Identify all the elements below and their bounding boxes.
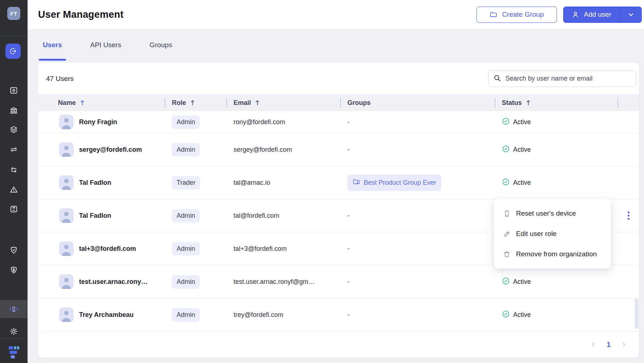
user-role-cell: Admin	[165, 232, 226, 265]
groups-dash: -	[347, 118, 350, 126]
page-title: User Management	[38, 9, 124, 20]
menu-item-reset-user-s-device[interactable]: Reset user's device	[494, 203, 611, 224]
row-actions-cell	[618, 232, 639, 265]
folder-icon	[490, 11, 498, 19]
user-name: sergey@fordefi.com	[79, 146, 142, 154]
transfer-icon	[9, 145, 18, 154]
user-email: tal+3@fordefi.com	[226, 232, 340, 265]
sort-arrow-icon	[190, 99, 195, 106]
groups-dash: -	[347, 245, 350, 253]
user-email: test.user.arnac.ronyf@gm…	[226, 265, 340, 298]
user-name: Trey Archambeau	[79, 311, 133, 319]
user-groups-cell: -	[340, 133, 495, 166]
settings-icon	[9, 327, 18, 336]
sidebar-item-transfer[interactable]	[9, 145, 18, 154]
user-row[interactable]: sergey@fordefi.comAdminsergey@fordefi.co…	[38, 133, 639, 166]
chevron-right-icon[interactable]	[620, 341, 627, 348]
sidebar-item-warning[interactable]	[9, 185, 18, 194]
user-name: Tal Fadlon	[79, 179, 111, 187]
device-icon	[503, 210, 511, 217]
user-status-cell: Active	[495, 133, 618, 166]
create-group-button[interactable]: Create Group	[476, 7, 557, 23]
tab-users[interactable]: Users	[42, 29, 63, 61]
user-avatar	[59, 115, 74, 129]
user-row[interactable]: test.user.arnac.rony…Admintest.user.arna…	[38, 265, 639, 298]
row-actions-cell	[618, 199, 639, 232]
kebab-menu-icon[interactable]	[626, 210, 631, 221]
group-chip[interactable]: Best Product Group Ever	[347, 175, 441, 191]
shield-dollar-icon	[9, 266, 18, 274]
layers-icon	[9, 125, 18, 134]
group-chip-label: Best Product Group Ever	[364, 179, 436, 187]
column-label: Status	[502, 99, 522, 107]
sidebar-item-vault[interactable]	[9, 86, 18, 95]
column-header-groups: Groups	[340, 94, 495, 111]
status-label: Active	[513, 278, 531, 286]
menu-item-remove-from-organization[interactable]: Remove from organization	[494, 244, 611, 264]
groups-dash: -	[347, 212, 350, 220]
sidebar-item-users-active[interactable]	[0, 300, 28, 318]
tab-groups[interactable]: Groups	[149, 29, 173, 61]
person-add-icon	[571, 11, 579, 19]
edit-icon	[503, 230, 511, 238]
user-status-cell: Active	[495, 111, 618, 133]
user-name: test.user.arnac.rony…	[79, 278, 148, 286]
folder-user-icon	[352, 178, 360, 188]
users-count: 47 Users	[46, 75, 74, 83]
column-header-name[interactable]: Name	[38, 94, 165, 111]
sort-arrow-icon	[255, 99, 260, 106]
sidebar-item-shield-check[interactable]	[9, 246, 18, 254]
chevron-left-icon[interactable]	[590, 341, 597, 348]
table-scrollbar-thumb[interactable]	[635, 298, 639, 329]
sidebar-item-settings[interactable]	[9, 327, 18, 336]
user-row[interactable]: Rony FraginAdminrony@fordefi.com-Active	[38, 111, 639, 133]
user-groups-cell: -	[340, 265, 495, 298]
add-user-button[interactable]: Add user	[563, 7, 620, 23]
role-badge: Admin	[172, 143, 200, 156]
sidebar-item-shield-dollar[interactable]	[9, 266, 18, 274]
add-user-dropdown-button[interactable]	[620, 7, 642, 23]
role-badge: Admin	[172, 115, 200, 129]
column-label: Role	[172, 99, 186, 107]
card-header: 47 Users	[38, 63, 639, 94]
tab-api-users[interactable]: API Users	[90, 29, 122, 61]
row-actions-cell	[618, 133, 639, 166]
status-label: Active	[513, 311, 531, 319]
sidebar-item-package[interactable]	[9, 205, 18, 213]
column-header-status[interactable]: Status	[495, 94, 618, 111]
pagination: 1	[38, 331, 639, 358]
column-label: Name	[58, 99, 76, 107]
user-groups-cell: -	[340, 111, 495, 133]
sidebar-item-layers[interactable]	[9, 125, 18, 134]
status-active-icon	[502, 117, 510, 127]
user-row[interactable]: Trey ArchambeauAdmintrey@fordefi.com-Act…	[38, 298, 639, 331]
status-active-icon	[502, 310, 510, 320]
loop-icon	[9, 166, 18, 174]
org-avatar[interactable]: FT	[7, 7, 20, 20]
user-row[interactable]: Tal FadlonTradertal@arnac.ioBest Product…	[38, 166, 639, 199]
user-email: tal@arnac.io	[226, 166, 340, 199]
main-area: User Management Create Group	[28, 0, 644, 363]
search-input[interactable]	[505, 74, 631, 83]
sidebar-divider	[0, 338, 28, 339]
row-actions-cell	[618, 166, 639, 199]
fordefi-logo[interactable]	[8, 346, 19, 359]
column-header-email[interactable]: Email	[226, 94, 340, 111]
user-name: Rony Fragin	[79, 118, 117, 126]
user-avatar	[59, 241, 74, 256]
page-number[interactable]: 1	[607, 340, 611, 349]
sidebar-item-loop[interactable]	[9, 166, 18, 174]
logout-icon	[9, 47, 17, 56]
tab-bar: UsersAPI UsersGroups	[28, 29, 644, 61]
user-name: tal+3@fordefi.com	[79, 245, 136, 253]
menu-item-edit-user-role[interactable]: Edit user role	[494, 224, 611, 244]
column-header-role[interactable]: Role	[165, 94, 226, 111]
role-badge: Admin	[172, 209, 200, 223]
user-email: trey@fordefi.com	[226, 298, 340, 331]
sidebar-item-bank[interactable]	[9, 106, 18, 115]
user-status-cell: Active	[495, 298, 618, 331]
sidebar-item-logout[interactable]	[5, 44, 21, 59]
user-groups-cell: Best Product Group Ever	[340, 166, 495, 199]
row-context-menu: Reset user's deviceEdit user roleRemove …	[494, 199, 611, 269]
user-name-cell: Tal Fadlon	[38, 166, 165, 199]
